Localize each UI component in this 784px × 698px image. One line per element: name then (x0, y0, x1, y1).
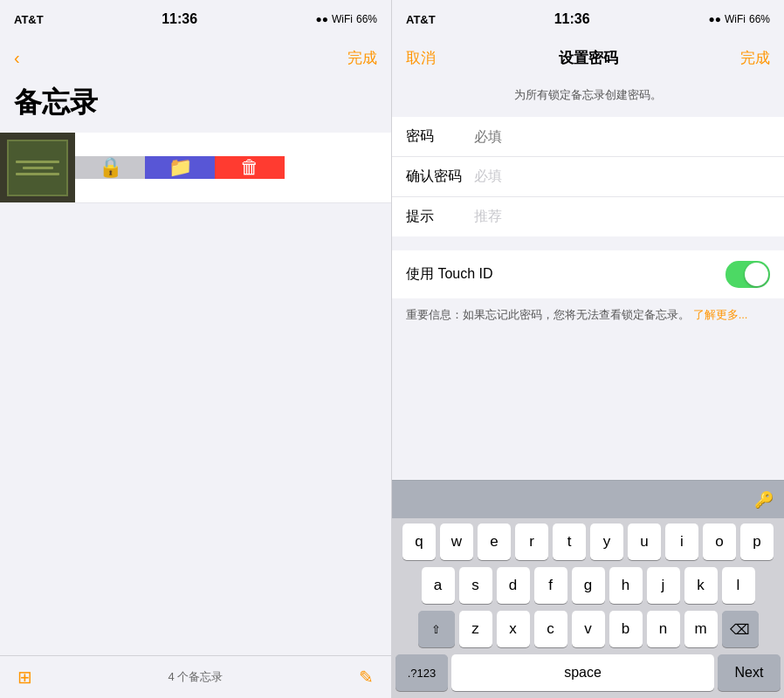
key-l[interactable]: l (722, 567, 755, 604)
right-icons-left: ●● WiFi 66% (315, 13, 377, 25)
keyboard-row-3: ⇧ z x c v b n m ⌫ (392, 606, 784, 649)
wifi-left: WiFi (332, 13, 353, 25)
back-button[interactable]: ‹ (14, 48, 20, 68)
touch-id-toggle[interactable] (726, 261, 770, 288)
password-row: 密码 (392, 117, 784, 157)
time-right: 11:36 (554, 11, 590, 27)
key-e[interactable]: e (478, 524, 511, 560)
key-d[interactable]: d (497, 567, 530, 604)
password-label: 密码 (406, 127, 467, 146)
keyboard-row-4: .?123 space Next (392, 649, 784, 698)
done-button-left[interactable]: 完成 (347, 48, 377, 68)
key-icon: 🔑 (754, 490, 774, 510)
key-i[interactable]: i (665, 524, 698, 560)
learn-more-link[interactable]: 了解更多... (693, 308, 748, 321)
key-o[interactable]: o (703, 524, 736, 560)
signal-left: ●● (315, 13, 328, 25)
keyboard-row-1: q w e r t y u i o p (392, 518, 784, 562)
password-panel: AT&T 11:36 ●● WiFi 66% 取消 设置密码 完成 为所有锁定备… (392, 0, 784, 698)
time-left: 11:36 (162, 11, 197, 27)
lock-action-button[interactable]: 🔒 (75, 156, 145, 179)
note-thumbnail (0, 133, 75, 202)
status-bar-left: AT&T 11:36 ●● WiFi 66% (0, 0, 391, 38)
touch-id-label: 使用 Touch ID (406, 265, 726, 284)
key-s[interactable]: s (459, 567, 492, 604)
numbers-key[interactable]: .?123 (395, 654, 448, 691)
grid-icon[interactable]: ⊞ (17, 667, 32, 688)
password-form: 密码 确认密码 必填 提示 推荐 (392, 117, 784, 236)
confirm-row: 确认密码 必填 (392, 157, 784, 197)
hint-row: 提示 推荐 (392, 197, 784, 236)
key-q[interactable]: q (402, 524, 436, 560)
keyboard-row-2: a s d f g h j k l (392, 562, 784, 606)
nav-title: 设置密码 (559, 48, 618, 68)
battery-right: 66% (749, 13, 770, 25)
swipe-actions: 🔒 📁 🗑 (75, 156, 285, 179)
warning-text: 重要信息：如果忘记此密码，您将无法查看锁定备忘录。 (406, 308, 690, 321)
key-b[interactable]: b (609, 611, 643, 647)
status-bar-right: AT&T 11:36 ●● WiFi 66% (392, 0, 784, 38)
cancel-button[interactable]: 取消 (406, 48, 436, 68)
key-j[interactable]: j (647, 567, 680, 604)
key-g[interactable]: g (572, 567, 605, 604)
compose-icon[interactable]: ✎ (359, 667, 374, 688)
hint-label: 提示 (406, 208, 467, 226)
key-p[interactable]: p (740, 524, 774, 560)
note-row: 🔒 📁 🗑 (0, 133, 391, 203)
delete-action-button[interactable]: 🗑 (215, 156, 285, 179)
folder-icon: 📁 (168, 156, 192, 179)
note-count: 4 个备忘录 (32, 669, 359, 685)
key-r[interactable]: r (515, 524, 548, 560)
shift-key[interactable]: ⇧ (418, 611, 455, 647)
key-u[interactable]: u (628, 524, 661, 560)
next-key[interactable]: Next (718, 654, 781, 691)
key-h[interactable]: h (609, 567, 643, 604)
key-m[interactable]: m (684, 611, 718, 647)
confirm-placeholder[interactable]: 必填 (474, 168, 770, 186)
key-y[interactable]: y (590, 524, 623, 560)
keyboard-toolbar: 🔑 (392, 480, 784, 518)
carrier-right: AT&T (406, 13, 436, 26)
carrier-left: AT&T (14, 13, 44, 26)
key-k[interactable]: k (684, 567, 718, 604)
touch-id-section: 使用 Touch ID (392, 250, 784, 298)
toggle-knob (745, 263, 768, 286)
confirm-label: 确认密码 (406, 168, 467, 186)
key-c[interactable]: c (534, 611, 567, 647)
move-action-button[interactable]: 📁 (145, 156, 215, 179)
key-w[interactable]: w (440, 524, 473, 560)
signal-right: ●● (708, 13, 721, 25)
key-z[interactable]: z (459, 611, 492, 647)
notes-list: 🔒 📁 🗑 (0, 133, 391, 655)
hint-placeholder[interactable]: 推荐 (474, 208, 770, 226)
key-a[interactable]: a (422, 567, 455, 604)
done-button-right[interactable]: 完成 (740, 48, 770, 68)
description-text: 为所有锁定备忘录创建密码。 (392, 77, 784, 113)
key-x[interactable]: x (497, 611, 530, 647)
nav-bar-right: 取消 设置密码 完成 (392, 38, 784, 77)
battery-left: 66% (356, 13, 377, 25)
notes-panel: AT&T 11:36 ●● WiFi 66% ‹ 完成 备忘录 (0, 0, 392, 698)
lock-icon: 🔒 (99, 156, 122, 179)
trash-icon: 🗑 (240, 156, 259, 179)
nav-bar-left: ‹ 完成 (0, 38, 391, 77)
key-n[interactable]: n (647, 611, 680, 647)
wifi-right: WiFi (725, 13, 746, 25)
bottom-bar-left: ⊞ 4 个备忘录 ✎ (0, 655, 391, 698)
right-icons-right: ●● WiFi 66% (708, 13, 770, 25)
delete-key[interactable]: ⌫ (722, 611, 759, 647)
keyboard: 🔑 q w e r t y u i o p a s d f g h j k l (392, 480, 784, 698)
key-f[interactable]: f (534, 567, 567, 604)
touch-id-row: 使用 Touch ID (392, 250, 784, 298)
key-t[interactable]: t (553, 524, 586, 560)
key-v[interactable]: v (572, 611, 605, 647)
space-key[interactable]: space (451, 654, 714, 691)
page-title: 备忘录 (0, 77, 391, 133)
password-input[interactable] (467, 129, 770, 145)
warning-section: 重要信息：如果忘记此密码，您将无法查看锁定备忘录。 了解更多... (392, 298, 784, 332)
